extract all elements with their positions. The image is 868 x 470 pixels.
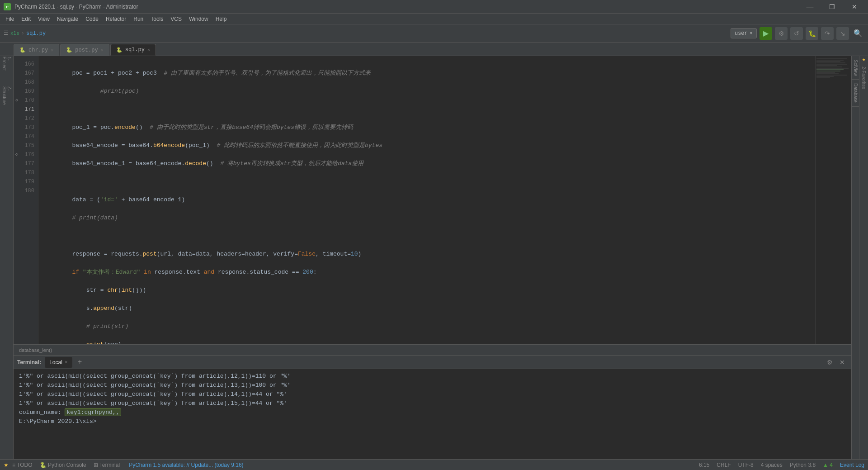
step-in-button[interactable]: ↘ bbox=[836, 27, 849, 40]
terminal-add-button[interactable]: + bbox=[76, 358, 84, 366]
line-num-170: ◇170 bbox=[14, 96, 38, 105]
post-py-close[interactable]: ✕ bbox=[101, 47, 104, 53]
line-num-175: 175 bbox=[14, 141, 38, 150]
favorites-sidebar: ★ 2-Favorites bbox=[859, 56, 868, 459]
terminal-tab-local[interactable]: Local ✕ bbox=[45, 357, 72, 368]
maximize-button[interactable]: ❐ bbox=[822, 0, 842, 13]
line-num-176: ◇176 bbox=[14, 150, 38, 159]
line-num-179: 179 bbox=[14, 177, 38, 186]
tab-post-py[interactable]: 🐍 post.py ✕ bbox=[60, 44, 109, 56]
status-bar-left: ★ ≡ TODO 🐍 Python Console ⊞ Terminal PyC… bbox=[4, 462, 244, 468]
menu-navigate[interactable]: Navigate bbox=[53, 15, 82, 23]
code-line-167: #print(poc) bbox=[44, 87, 815, 96]
menu-tools[interactable]: Tools bbox=[147, 15, 167, 23]
terminal-line-2: 1'%" or ascii(mid((select group_concat(`… bbox=[19, 381, 846, 390]
local-tab-close[interactable]: ✕ bbox=[64, 360, 68, 365]
line-num-167: 167 bbox=[14, 69, 38, 78]
code-line-178: str = chr(int(j)) bbox=[44, 286, 815, 295]
code-line-169: poc_1 = poc.encode() # 由于此时的类型是str，直接bas… bbox=[44, 123, 815, 132]
chr-py-icon: 🐍 bbox=[19, 47, 26, 53]
chr-py-label: chr.py bbox=[28, 47, 48, 53]
user-dropdown[interactable]: user ▾ bbox=[731, 28, 757, 38]
tab-chr-py[interactable]: 🐍 chr.py ✕ bbox=[14, 44, 59, 56]
indent-info[interactable]: 4 spaces bbox=[761, 462, 783, 468]
menu-help[interactable]: Help bbox=[212, 15, 231, 23]
terminal-content[interactable]: 1'%" or ascii(mid((select group_concat(`… bbox=[14, 369, 851, 459]
title-bar: P PyCharm 2020.1 - sql.py - PyCharm - Ad… bbox=[0, 0, 868, 14]
line-num-169: 169 bbox=[14, 87, 38, 96]
chr-py-close[interactable]: ✕ bbox=[51, 47, 53, 53]
code-line-181: print(poc) bbox=[44, 340, 815, 344]
breadcrumb-file[interactable]: sql.py bbox=[26, 30, 46, 37]
breadcrumb-xls[interactable]: xls bbox=[10, 31, 19, 36]
sql-py-close[interactable]: ✕ bbox=[147, 47, 150, 52]
terminal-status-button[interactable]: ⊞ Terminal bbox=[94, 462, 120, 468]
app-title: PyCharm 2020.1 - sql.py - PyCharm - Admi… bbox=[14, 4, 138, 10]
menu-run[interactable]: Run bbox=[130, 15, 147, 23]
warnings-icon: ▲ 4 bbox=[823, 462, 833, 468]
menu-vcs[interactable]: VCS bbox=[167, 15, 185, 23]
toolbar: ☰ xls › sql.py user ▾ ▶ ⚙ ↺ 🐛 ↷ ↘ 🔍 bbox=[0, 24, 868, 43]
post-py-icon: 🐍 bbox=[66, 47, 72, 53]
sidebar-project[interactable]: 1-Project bbox=[1, 58, 13, 70]
svg-text:P: P bbox=[6, 5, 9, 9]
python-icon: 🐍 bbox=[40, 462, 47, 468]
update-message[interactable]: PyCharm 1.5 available: // Update... (tod… bbox=[129, 462, 243, 468]
menu-view[interactable]: View bbox=[34, 15, 53, 23]
line-num-171: 171 bbox=[14, 105, 38, 114]
prompt-text: E:\PyCharm 2020.1\xls> bbox=[19, 418, 97, 425]
terminal-result-value: key1:cgrhpynd,, bbox=[65, 408, 121, 416]
terminal-close[interactable]: ✕ bbox=[837, 357, 848, 368]
database-tab[interactable]: Database bbox=[852, 80, 859, 107]
console-button[interactable]: 🐍 Python Console bbox=[40, 462, 86, 468]
encoding[interactable]: UTF-8 bbox=[738, 462, 754, 468]
debug-button[interactable]: 🐛 bbox=[806, 27, 818, 40]
right-sidebar: SciView Database bbox=[851, 56, 859, 459]
app-icon: P bbox=[4, 3, 11, 10]
menu-refactor[interactable]: Refactor bbox=[102, 15, 130, 23]
line-ending[interactable]: CRLF bbox=[717, 462, 731, 468]
tab-sql-py[interactable]: 🐍 sql.py ✕ bbox=[110, 44, 156, 56]
title-bar-controls: — ❐ ✕ bbox=[800, 0, 864, 13]
step-over-button[interactable]: ↷ bbox=[821, 27, 834, 40]
terminal-result-label: column_name: bbox=[19, 409, 65, 416]
favorites-label[interactable]: 2-Favorites bbox=[860, 63, 867, 93]
terminal-settings[interactable]: ⚙ bbox=[824, 357, 835, 368]
sciview-tab[interactable]: SciView bbox=[852, 56, 859, 80]
line-num-166: 166 bbox=[14, 60, 38, 69]
menu-code[interactable]: Code bbox=[82, 15, 102, 23]
function-bar: database_len() bbox=[14, 344, 851, 355]
todo-button[interactable]: ≡ TODO bbox=[12, 462, 33, 468]
menu-edit[interactable]: Edit bbox=[18, 15, 34, 23]
line-num-178: 178 bbox=[14, 168, 38, 177]
menu-file[interactable]: File bbox=[2, 15, 18, 23]
toolbar-right: user ▾ ▶ ⚙ ↺ 🐛 ↷ ↘ 🔍 bbox=[731, 27, 864, 40]
rerun-button[interactable]: ↺ bbox=[790, 27, 803, 40]
title-bar-left: P PyCharm 2020.1 - sql.py - PyCharm - Ad… bbox=[4, 3, 138, 10]
terminal-panel: Terminal: Local ✕ + ⚙ ✕ 1'%" or ascii(mi… bbox=[14, 355, 851, 459]
breadcrumb-arrow: › bbox=[21, 30, 24, 37]
run-button[interactable]: ▶ bbox=[760, 27, 772, 40]
code-line-174: # print(data) bbox=[44, 214, 815, 223]
minimap bbox=[815, 56, 851, 344]
terminal-result-line: column_name: key1:cgrhpynd,, bbox=[19, 408, 846, 417]
close-button[interactable]: ✕ bbox=[844, 0, 864, 13]
terminal-prompt: E:\PyCharm 2020.1\xls> bbox=[19, 417, 846, 426]
line-num-173: 173 bbox=[14, 123, 38, 132]
sql-py-icon: 🐍 bbox=[116, 47, 123, 53]
line-numbers: 166 167 168 169 ◇170 171 172 173 174 175… bbox=[14, 56, 38, 344]
code-line-180: # print(str) bbox=[44, 322, 815, 331]
build-button[interactable]: ⚙ bbox=[775, 27, 788, 40]
code-content[interactable]: poc = poc1 + poc2 + poc3 # 由了里面有太多的平引号、双… bbox=[38, 56, 815, 344]
terminal-line-4: 1'%" or ascii(mid((select group_concat(`… bbox=[19, 399, 846, 408]
code-view[interactable]: 166 167 168 169 ◇170 171 172 173 174 175… bbox=[14, 56, 851, 344]
menu-window[interactable]: Window bbox=[185, 15, 212, 23]
star-status: ★ bbox=[4, 462, 9, 468]
minimize-button[interactable]: — bbox=[800, 0, 820, 13]
search-button[interactable]: 🔍 bbox=[852, 27, 864, 40]
local-tab-label: Local bbox=[49, 359, 62, 366]
sidebar-structure[interactable]: Z-Structure bbox=[1, 90, 13, 101]
event-log-link[interactable]: Event Log bbox=[840, 462, 864, 468]
python-version[interactable]: Python 3.8 bbox=[790, 462, 816, 468]
line-num-174: 174 bbox=[14, 132, 38, 141]
